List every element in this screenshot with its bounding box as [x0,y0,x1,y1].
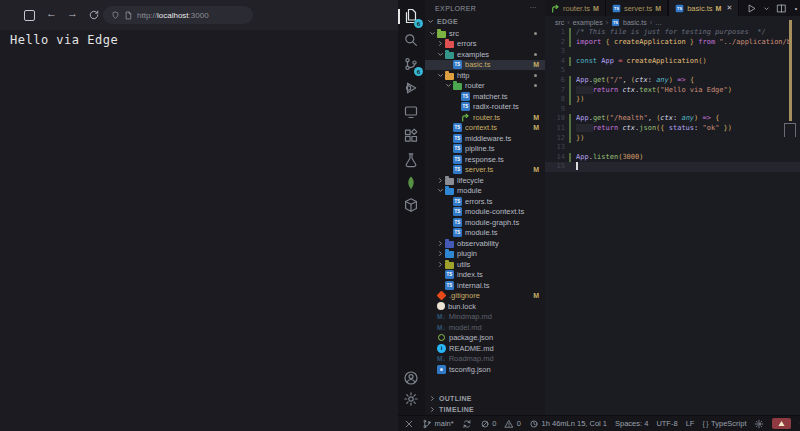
status-ln-15-col-1[interactable]: Ln 15, Col 1 [567,419,607,428]
tree-item-readme-md[interactable]: iREADME.md [425,343,545,354]
tree-item-mindmap-md[interactable]: M↓Mindmap.md [425,312,545,323]
status-text: 0 [492,419,496,428]
run-dropdown-icon[interactable] [763,5,770,12]
status-triangle-badge[interactable] [772,418,791,429]
more-actions-icon[interactable]: ⋯ [793,0,800,18]
activity-remote-explorer-icon[interactable] [403,104,420,121]
code-line-2: 2import { createApplication } from "../a… [545,38,800,48]
activity-testing-icon[interactable] [403,152,420,169]
breadcrumb-item[interactable]: examples [573,19,603,26]
tree-item-label: server.ts [465,165,493,174]
breadcrumb-item[interactable]: basic.ts [623,19,647,26]
close-icon[interactable]: ✕ [726,4,732,12]
status-error-circle[interactable]: 0 [480,419,497,429]
status-utf-8[interactable]: UTF-8 [656,419,677,428]
tree-item-http[interactable]: http [425,70,545,81]
activity-settings-icon[interactable] [403,391,420,408]
breadcrumb[interactable]: src›examples›TSbasic.ts›… [545,16,800,28]
outline-section[interactable]: OUTLINE [429,393,545,403]
status-gear-small[interactable] [754,419,764,429]
tree-item-middleware-ts[interactable]: TSmiddleware.ts [425,133,545,144]
tree-item-label: router [465,81,485,90]
status-spaces-4[interactable]: Spaces: 4 [615,419,648,428]
code-editor[interactable]: 1/* This file is just for testing purpos… [545,28,800,415]
status-braces[interactable]: { }TypeScript [702,419,746,428]
tree-item-label: README.md [449,344,494,353]
tree-item-errors-ts[interactable]: TSerrors.ts [425,196,545,207]
tree-item-index-ts[interactable]: TSindex.ts [425,270,545,281]
reload-icon[interactable] [88,9,100,21]
status-clock[interactable]: 1h 46m [529,419,567,429]
tree-item-pipline-ts[interactable]: TSpipline.ts [425,144,545,155]
tab-server-ts[interactable]: TSserver.tsM [606,0,668,16]
address-bar[interactable]: http://localhost:3000 [103,6,253,24]
activity-run-debug-icon[interactable] [403,80,420,97]
back-icon[interactable]: ← [46,7,57,19]
tree-item-basic-ts[interactable]: TSbasic.tsM [425,60,545,71]
breadcrumb-item[interactable]: src [555,19,564,26]
scrollbar-slider[interactable] [784,123,796,137]
markdown-icon: M↓ [437,354,446,363]
status-git-branch[interactable]: main* [422,419,454,429]
activity-account-icon[interactable] [403,370,420,387]
tree-item-errors[interactable]: errors [425,39,545,50]
split-editor-icon[interactable] [776,3,787,14]
tree-item-module-context-ts[interactable]: TSmodule-context.ts [425,207,545,218]
activity-extensions-icon[interactable] [403,128,420,145]
typescript-file-icon: TS [453,197,462,206]
activity-explorer-icon[interactable]: 6 [403,8,420,25]
activity-search-icon[interactable] [403,32,420,49]
browser-page-text: Hello via Edge [10,33,118,47]
tree-item-module-graph-ts[interactable]: TSmodule-graph.ts [425,217,545,228]
git-modified-gutter [569,28,571,38]
tree-item-bun-lock[interactable]: bun.lock [425,301,545,312]
tree-item-tsconfig-json[interactable]: tsconfig.json [425,364,545,375]
tree-item-utils[interactable]: utils [425,259,545,270]
tree-item-roadmap-md[interactable]: M↓Roadmap.md [425,354,545,365]
status-sync[interactable] [462,419,472,429]
tree-item-server-ts[interactable]: TSserver.tsM [425,165,545,176]
tree-item-response-ts[interactable]: TSresponse.ts [425,154,545,165]
tree-item-matcher-ts[interactable]: TSmatcher.ts [425,91,545,102]
tree-item-radix-router-ts[interactable]: TSradix-router.ts [425,102,545,113]
status-close-remote[interactable] [404,419,414,429]
tab-box-icon[interactable] [24,10,35,21]
tree-item-model-md[interactable]: M↓model.md [425,322,545,333]
tree-item-src[interactable]: src [425,28,545,39]
git-modified-gutter [569,124,571,134]
tree-item--gitignore[interactable]: .gitignoreM [425,291,545,302]
code-line-12: 12}) [545,134,800,144]
tree-item-package-json[interactable]: package.json [425,333,545,344]
tree-item-label: router.ts [473,113,500,122]
timeline-section[interactable]: TIMELINE [429,404,545,414]
tree-item-context-ts[interactable]: TScontext.tsM [425,123,545,134]
tree-item-label: Roadmap.md [449,354,494,363]
tree-item-internal-ts[interactable]: TSinternal.ts [425,280,545,291]
modified-badge: M [533,292,539,299]
tree-item-module-ts[interactable]: TSmodule.ts [425,228,545,239]
activity-mongodb-icon[interactable] [403,175,420,192]
reload-icon [88,9,100,21]
tree-item-plugin[interactable]: plugin [425,249,545,260]
tree-item-router-ts[interactable]: router.tsM [425,112,545,123]
gitignore-icon [437,291,446,300]
tab-basic-ts[interactable]: TSbasic.tsM✕ [669,0,739,16]
tree-item-router[interactable]: router [425,81,545,92]
more-actions-icon[interactable]: ⋯ [530,4,537,12]
workspace-name: EDGE [437,18,458,25]
workspace-section-header[interactable]: EDGE [427,16,545,27]
tree-item-module[interactable]: module [425,186,545,197]
breadcrumb-item[interactable]: … [655,19,662,26]
status-text: UTF-8 [656,419,677,428]
forward-icon[interactable]: → [67,7,78,19]
activity-source-control-icon[interactable]: 6 [403,56,420,73]
tree-item-examples[interactable]: examples [425,49,545,60]
tree-item-label: module-graph.ts [465,218,519,227]
status-lf[interactable]: LF [686,419,695,428]
status-warning-triangle[interactable]: 0 [504,419,521,429]
activity-container-icon[interactable] [403,197,420,214]
tree-item-observability[interactable]: observability [425,238,545,249]
tree-item-lifecycle[interactable]: lifecycle [425,175,545,186]
tab-router-ts[interactable]: router.tsM [545,0,606,16]
run-button[interactable] [746,3,757,14]
